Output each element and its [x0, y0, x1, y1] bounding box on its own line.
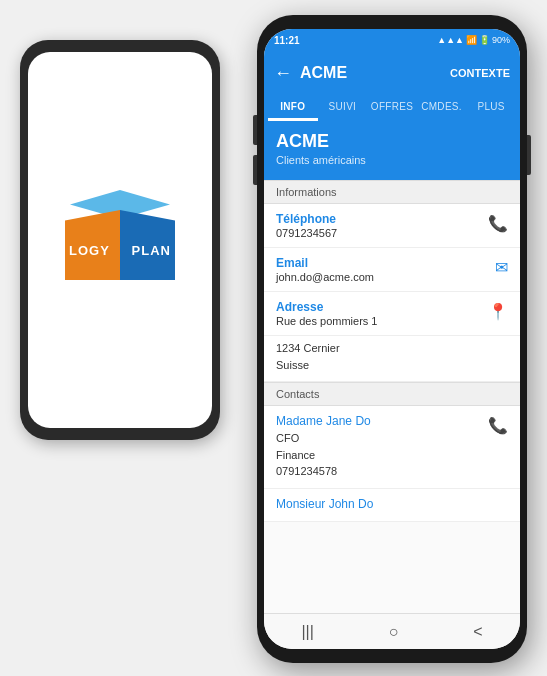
logo-plan-text: PLAN	[132, 243, 171, 258]
info-email[interactable]: Email john.do@acme.com ✉	[264, 248, 520, 292]
nav-menu-icon[interactable]: |||	[301, 623, 313, 641]
app-header: ← ACME CONTEXTE	[264, 51, 520, 95]
contact-1-phone: 0791234578	[276, 463, 371, 480]
vol-up-button	[253, 115, 257, 145]
main-phone: 11:21 ▲▲▲ 📶 🔋 90% ← ACME CONTEXTE INFO S…	[257, 15, 527, 663]
company-header: ACME Clients américains	[264, 121, 520, 180]
main-phone-screen: 11:21 ▲▲▲ 📶 🔋 90% ← ACME CONTEXTE INFO S…	[264, 29, 520, 649]
nav-back-icon[interactable]: <	[473, 623, 482, 641]
signal-icon: ▲▲▲	[437, 35, 464, 45]
contact-1-phone-icon[interactable]: 📞	[488, 416, 508, 435]
vol-down-button	[253, 155, 257, 185]
info-telephone[interactable]: Téléphone 0791234567 📞	[264, 204, 520, 248]
tab-cmdes[interactable]: CMDES.	[417, 95, 467, 121]
telephone-label: Téléphone	[276, 212, 480, 226]
address-extra-lines: 1234 Cernier Suisse	[264, 336, 520, 382]
adresse-content: Adresse Rue des pommiers 1	[276, 300, 480, 327]
adresse-label: Adresse	[276, 300, 480, 314]
email-value: john.do@acme.com	[276, 271, 487, 283]
email-icon[interactable]: ✉	[495, 258, 508, 277]
logo-right-face: PLAN	[120, 210, 175, 280]
contact-1-content: Madame Jane Do CFO Finance 0791234578	[276, 414, 371, 480]
battery-icon: 🔋	[479, 35, 490, 45]
phone-icon[interactable]: 📞	[488, 214, 508, 233]
status-icons: ▲▲▲ 📶 🔋 90%	[437, 35, 510, 45]
context-button[interactable]: CONTEXTE	[450, 67, 510, 79]
contact-2-content: Monsieur John Do	[276, 497, 373, 513]
contact-jane-do[interactable]: Madame Jane Do CFO Finance 0791234578 📞	[264, 406, 520, 489]
info-adresse[interactable]: Adresse Rue des pommiers 1 📍	[264, 292, 520, 336]
tab-offres[interactable]: OFFRES	[367, 95, 417, 121]
email-content: Email john.do@acme.com	[276, 256, 487, 283]
nav-home-icon[interactable]: ○	[389, 623, 399, 641]
power-button	[527, 135, 531, 175]
tab-bar: INFO SUIVI OFFRES CMDES. PLUS	[264, 95, 520, 121]
status-bar: 11:21 ▲▲▲ 📶 🔋 90%	[264, 29, 520, 51]
header-title: ACME	[300, 64, 450, 82]
back-button[interactable]: ←	[274, 63, 292, 84]
section-contacts: Contacts	[264, 382, 520, 406]
telephone-value: 0791234567	[276, 227, 480, 239]
contact-1-dept: Finance	[276, 447, 371, 464]
logo: LOGY PLAN	[65, 190, 175, 290]
logo-logy-text: LOGY	[69, 243, 110, 258]
contact-2-name: Monsieur John Do	[276, 497, 373, 511]
content-area: ACME Clients américains Informations Tél…	[264, 121, 520, 613]
company-name: ACME	[276, 131, 508, 152]
navigation-bar: ||| ○ <	[264, 613, 520, 649]
company-subtitle: Clients américains	[276, 154, 508, 166]
tab-plus[interactable]: PLUS	[466, 95, 516, 121]
background-phone-screen: LOGY PLAN	[28, 52, 212, 428]
status-time: 11:21	[274, 35, 300, 46]
address-city: 1234 Cernier	[276, 340, 508, 357]
location-icon[interactable]: 📍	[488, 302, 508, 321]
tab-info[interactable]: INFO	[268, 95, 318, 121]
contact-1-name: Madame Jane Do	[276, 414, 371, 428]
adresse-value: Rue des pommiers 1	[276, 315, 480, 327]
background-phone: LOGY PLAN	[20, 40, 220, 440]
logo-box: LOGY PLAN	[65, 190, 175, 290]
tab-suivi[interactable]: SUIVI	[318, 95, 368, 121]
battery-percent: 90%	[492, 35, 510, 45]
contact-1-role: CFO	[276, 430, 371, 447]
contact-john-do[interactable]: Monsieur John Do	[264, 489, 520, 522]
email-label: Email	[276, 256, 487, 270]
wifi-icon: 📶	[466, 35, 477, 45]
section-informations: Informations	[264, 180, 520, 204]
telephone-content: Téléphone 0791234567	[276, 212, 480, 239]
logo-left-face: LOGY	[65, 210, 120, 280]
address-country: Suisse	[276, 357, 508, 374]
